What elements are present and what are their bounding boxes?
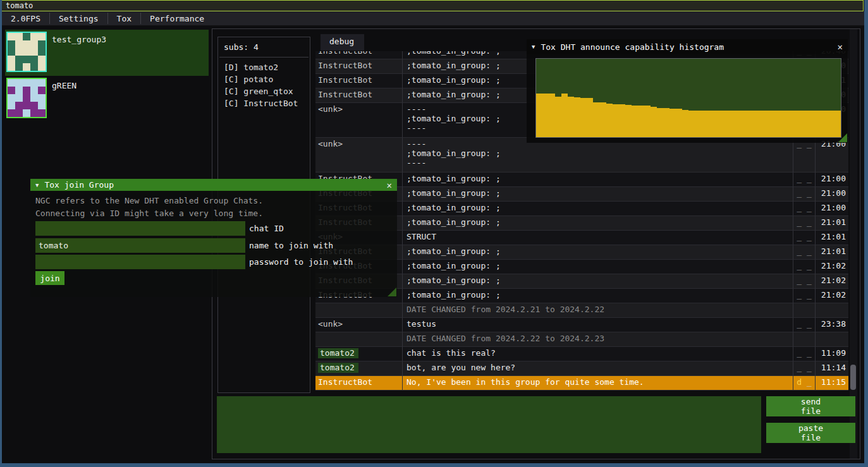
join-button[interactable]: join bbox=[35, 271, 64, 285]
chat-outer-scrollbar[interactable] bbox=[850, 365, 856, 390]
histogram-bin bbox=[574, 97, 580, 137]
histogram-bin bbox=[638, 106, 644, 137]
avatar-pixel bbox=[38, 109, 46, 117]
sidebar-group-gREEN[interactable]: gREEN bbox=[5, 76, 209, 122]
menu-bar: 2.0FPSSettingsToxPerformance bbox=[2, 11, 864, 26]
message-receipt bbox=[793, 303, 815, 318]
message-input[interactable] bbox=[217, 396, 761, 453]
join-name-field[interactable] bbox=[35, 238, 245, 253]
join-group-window: ▼ Tox join Group ✕ NGC refers to the New… bbox=[30, 179, 397, 297]
histogram-titlebar[interactable]: ▼ Tox DHT announce capability histogram … bbox=[527, 39, 848, 54]
histogram-bin bbox=[688, 111, 695, 137]
avatar-pixel bbox=[30, 33, 38, 40]
message-author-cell: <unk> bbox=[315, 103, 402, 138]
message-timestamp: 23:38 bbox=[815, 318, 848, 332]
chat-id-field[interactable] bbox=[35, 221, 245, 236]
window-titlebar[interactable]: tomato bbox=[1, 0, 864, 11]
histogram-bin bbox=[580, 98, 587, 137]
chat-outer-scrollbar-track[interactable] bbox=[850, 29, 857, 459]
avatar-pixel bbox=[15, 87, 23, 94]
chat-message-row[interactable]: InstructBotNo, I've been in this group f… bbox=[315, 376, 848, 391]
avatar-pixel bbox=[23, 56, 30, 63]
menu-item-tox[interactable]: Tox bbox=[108, 11, 140, 25]
avatar-pixel bbox=[23, 40, 30, 48]
member-list-item[interactable]: [D] tomato2 bbox=[218, 61, 310, 73]
message-text: ;tomato_in_group: ; bbox=[402, 289, 793, 303]
avatar-pixel bbox=[8, 56, 15, 63]
avatar-pixel bbox=[30, 102, 38, 109]
avatar-pixel bbox=[38, 40, 46, 48]
histogram-bin bbox=[740, 111, 746, 137]
message-author[interactable]: tomato2 bbox=[318, 348, 358, 358]
histogram-bin bbox=[549, 94, 555, 137]
message-text: ;tomato_in_group: ; bbox=[402, 274, 793, 289]
close-icon[interactable]: ✕ bbox=[387, 180, 392, 190]
message-author[interactable]: tomato2 bbox=[318, 363, 358, 373]
message-text: No, I've been in this group for quite so… bbox=[402, 376, 793, 391]
message-text: DATE CHANGED from 2024.2.21 to 2024.2.22 bbox=[402, 303, 793, 318]
avatar-pixel bbox=[30, 40, 38, 48]
message-author-cell bbox=[315, 303, 402, 318]
avatar-pixel bbox=[8, 94, 15, 102]
avatar-pixel bbox=[8, 102, 15, 109]
avatar-pixel bbox=[23, 109, 30, 117]
histogram-bin bbox=[778, 111, 784, 137]
message-timestamp bbox=[815, 332, 848, 347]
fps-indicator: 2.0FPS bbox=[2, 11, 49, 25]
menu-item-performance[interactable]: Performance bbox=[141, 11, 213, 25]
member-list-item[interactable]: [C] green_qtox bbox=[218, 85, 310, 97]
chat-message-row[interactable]: tomato2bot, are you new here?_ _11:14 bbox=[315, 361, 848, 376]
message-author-cell: <unk> bbox=[315, 318, 402, 332]
message-timestamp: 21:02 bbox=[815, 274, 848, 289]
avatar-pixel bbox=[8, 87, 15, 94]
collapse-icon[interactable]: ▼ bbox=[532, 44, 535, 50]
avatar-pixel bbox=[30, 56, 38, 63]
subs-header: subs: 4 bbox=[218, 37, 310, 52]
menu-item-settings[interactable]: Settings bbox=[50, 11, 107, 25]
join-group-titlebar[interactable]: ▼ Tox join Group ✕ bbox=[30, 179, 397, 191]
sidebar-group-test_group3[interactable]: test_group3 bbox=[5, 30, 209, 76]
member-list-item[interactable]: [C] potato bbox=[218, 73, 310, 85]
collapse-icon[interactable]: ▼ bbox=[35, 182, 39, 188]
avatar-pixel bbox=[38, 87, 46, 94]
group-avatar bbox=[6, 78, 47, 118]
chat-message-row[interactable]: <unk>testus_ _23:38 bbox=[315, 318, 848, 332]
histogram-bin bbox=[733, 111, 739, 137]
message-timestamp: 21:01 bbox=[815, 245, 848, 260]
histogram-bin bbox=[542, 94, 549, 137]
message-receipt: _ _ bbox=[793, 245, 815, 260]
chat-message-row[interactable]: DATE CHANGED from 2024.2.22 to 2024.2.23 bbox=[315, 332, 848, 347]
dht-capability-histogram bbox=[535, 58, 841, 138]
message-text: ;tomato_in_group: ; bbox=[402, 173, 793, 187]
resize-grip[interactable] bbox=[838, 133, 847, 142]
avatar-pixel bbox=[30, 48, 38, 56]
histogram-bin bbox=[606, 104, 613, 137]
message-receipt: _ _ bbox=[793, 173, 815, 187]
join-name-label: name to join with bbox=[249, 241, 333, 250]
message-timestamp: 21:02 bbox=[815, 260, 848, 274]
join-password-field[interactable] bbox=[35, 255, 245, 269]
message-author-cell: tomato2 bbox=[315, 361, 402, 376]
histogram-bin bbox=[797, 111, 803, 137]
resize-grip[interactable] bbox=[388, 288, 396, 296]
message-author-cell: InstructBot bbox=[315, 88, 402, 103]
send-file-button[interactable]: send file bbox=[766, 396, 855, 416]
avatar-pixel bbox=[23, 79, 30, 87]
message-timestamp bbox=[815, 303, 848, 318]
paste-file-button[interactable]: paste file bbox=[766, 423, 855, 443]
histogram-bin bbox=[695, 111, 701, 137]
close-icon[interactable]: ✕ bbox=[838, 42, 843, 52]
histogram-bin bbox=[599, 102, 606, 137]
window-title: tomato bbox=[6, 1, 33, 10]
member-list-item[interactable]: [C] InstructBot bbox=[218, 97, 310, 109]
avatar-pixel bbox=[38, 48, 46, 56]
chat-message-row[interactable]: tomato2chat is this real?_ _11:09 bbox=[315, 347, 848, 361]
histogram-bin bbox=[676, 109, 682, 137]
tab-debug[interactable]: debug bbox=[321, 34, 364, 51]
join-password-label: password to join with bbox=[249, 257, 353, 267]
message-author-cell: <unk> bbox=[315, 138, 402, 173]
histogram-bin bbox=[816, 111, 822, 137]
chat-message-row[interactable]: DATE CHANGED from 2024.2.21 to 2024.2.22 bbox=[315, 303, 848, 318]
message-text: testus bbox=[402, 318, 793, 332]
chat-message-row[interactable]: <unk>---- ;tomato_in_group: ; ----_ _21:… bbox=[315, 138, 848, 173]
